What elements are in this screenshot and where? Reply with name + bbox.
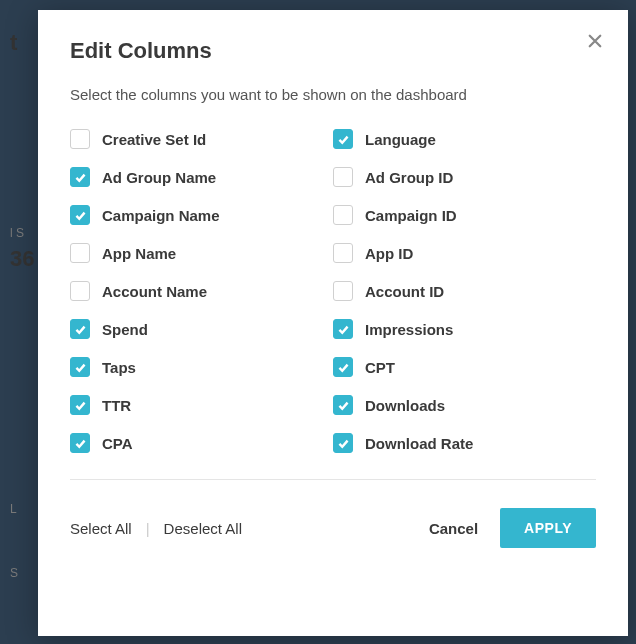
- checkbox[interactable]: [333, 281, 353, 301]
- apply-button[interactable]: APPLY: [500, 508, 596, 548]
- check-icon: [74, 323, 87, 336]
- checkbox-label: Campaign Name: [102, 207, 220, 224]
- check-icon: [74, 399, 87, 412]
- checkbox-item-ad-group-id[interactable]: Ad Group ID: [333, 167, 596, 187]
- checkbox-item-taps[interactable]: Taps: [70, 357, 333, 377]
- select-all-button[interactable]: Select All: [70, 520, 132, 537]
- cancel-button[interactable]: Cancel: [429, 520, 478, 537]
- checkbox-label: Downloads: [365, 397, 445, 414]
- checkbox-label: App Name: [102, 245, 176, 262]
- checkbox-label: Spend: [102, 321, 148, 338]
- checkbox-item-campaign-id[interactable]: Campaign ID: [333, 205, 596, 225]
- bg-stat-value: 36: [10, 246, 34, 272]
- bg-stat-label: l S: [10, 226, 34, 240]
- checkbox[interactable]: [333, 395, 353, 415]
- checkbox[interactable]: [333, 205, 353, 225]
- checkbox[interactable]: [70, 319, 90, 339]
- checkbox[interactable]: [70, 281, 90, 301]
- modal-footer: Select All | Deselect All Cancel APPLY: [70, 508, 596, 548]
- columns-grid: Creative Set IdAd Group NameCampaign Nam…: [70, 129, 596, 480]
- checkbox-item-ad-group-name[interactable]: Ad Group Name: [70, 167, 333, 187]
- check-icon: [74, 437, 87, 450]
- check-icon: [74, 361, 87, 374]
- checkbox[interactable]: [333, 129, 353, 149]
- checkbox-label: CPA: [102, 435, 133, 452]
- deselect-all-button[interactable]: Deselect All: [164, 520, 242, 537]
- column-left: Creative Set IdAd Group NameCampaign Nam…: [70, 129, 333, 453]
- checkbox[interactable]: [70, 433, 90, 453]
- bg-label-s: S: [10, 566, 34, 580]
- checkbox-item-cpt[interactable]: CPT: [333, 357, 596, 377]
- checkbox-item-cpa[interactable]: CPA: [70, 433, 333, 453]
- edit-columns-modal: Edit Columns Select the columns you want…: [38, 10, 628, 636]
- check-icon: [74, 171, 87, 184]
- checkbox[interactable]: [333, 243, 353, 263]
- checkbox-item-impressions[interactable]: Impressions: [333, 319, 596, 339]
- check-icon: [337, 133, 350, 146]
- checkbox-item-app-id[interactable]: App ID: [333, 243, 596, 263]
- checkbox-label: Account Name: [102, 283, 207, 300]
- checkbox-label: Ad Group ID: [365, 169, 453, 186]
- checkbox-label: Impressions: [365, 321, 453, 338]
- check-icon: [74, 209, 87, 222]
- footer-left: Select All | Deselect All: [70, 520, 242, 537]
- bg-label-l: L: [10, 502, 34, 516]
- checkbox[interactable]: [70, 395, 90, 415]
- checkbox[interactable]: [70, 167, 90, 187]
- checkbox-label: Creative Set Id: [102, 131, 206, 148]
- checkbox-item-download-rate[interactable]: Download Rate: [333, 433, 596, 453]
- checkbox-item-language[interactable]: Language: [333, 129, 596, 149]
- checkbox[interactable]: [333, 433, 353, 453]
- check-icon: [337, 399, 350, 412]
- checkbox-label: Taps: [102, 359, 136, 376]
- checkbox-label: Campaign ID: [365, 207, 457, 224]
- check-icon: [337, 323, 350, 336]
- checkbox-label: Ad Group Name: [102, 169, 216, 186]
- checkbox-label: CPT: [365, 359, 395, 376]
- column-right: LanguageAd Group IDCampaign IDApp IDAcco…: [333, 129, 596, 453]
- separator: |: [146, 520, 150, 537]
- footer-right: Cancel APPLY: [429, 508, 596, 548]
- checkbox-label: TTR: [102, 397, 131, 414]
- bg-title-fragment: t: [10, 30, 34, 56]
- checkbox[interactable]: [70, 129, 90, 149]
- check-icon: [337, 437, 350, 450]
- close-button[interactable]: [586, 32, 606, 52]
- checkbox-item-account-id[interactable]: Account ID: [333, 281, 596, 301]
- checkbox[interactable]: [333, 357, 353, 377]
- checkbox-item-account-name[interactable]: Account Name: [70, 281, 333, 301]
- checkbox-label: Download Rate: [365, 435, 473, 452]
- close-icon: [586, 32, 604, 50]
- checkbox-item-spend[interactable]: Spend: [70, 319, 333, 339]
- checkbox[interactable]: [70, 205, 90, 225]
- checkbox-item-app-name[interactable]: App Name: [70, 243, 333, 263]
- modal-subtitle: Select the columns you want to be shown …: [70, 86, 596, 103]
- checkbox-item-downloads[interactable]: Downloads: [333, 395, 596, 415]
- checkbox-label: Account ID: [365, 283, 444, 300]
- checkbox[interactable]: [70, 357, 90, 377]
- checkbox-item-campaign-name[interactable]: Campaign Name: [70, 205, 333, 225]
- check-icon: [337, 361, 350, 374]
- checkbox-item-ttr[interactable]: TTR: [70, 395, 333, 415]
- checkbox-item-creative-set-id[interactable]: Creative Set Id: [70, 129, 333, 149]
- checkbox[interactable]: [333, 167, 353, 187]
- checkbox[interactable]: [70, 243, 90, 263]
- checkbox-label: Language: [365, 131, 436, 148]
- checkbox[interactable]: [333, 319, 353, 339]
- checkbox-label: App ID: [365, 245, 413, 262]
- modal-title: Edit Columns: [70, 38, 596, 64]
